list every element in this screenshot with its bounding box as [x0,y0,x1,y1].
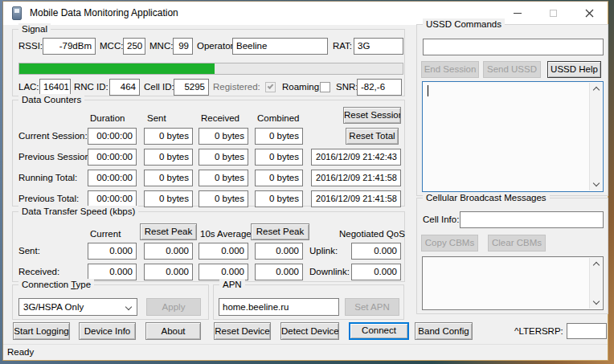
maximize-icon [550,10,557,17]
scroll-down-button[interactable] [590,177,602,190]
cell-id-label: Cell ID: [144,79,174,96]
current-session-sent: 0 bytes [144,128,193,145]
scroll-up-button[interactable] [590,84,602,96]
minimize-icon [514,13,522,14]
clear-cbms-button[interactable]: Clear CBMs [488,235,546,252]
chevron-down-icon [125,304,132,310]
previous-session-received: 0 bytes [199,149,248,166]
previous-total-received: 0 bytes [199,190,248,207]
running-total-timestamp: 2016/12/09 21:41:58 [311,170,401,186]
apn-input[interactable]: home.beeline.ru [219,298,339,316]
registered-checkbox[interactable] [265,82,276,92]
rssi-label: RSSI: [18,38,43,55]
data-counters-group-label: Data Counters [18,94,84,105]
send-ussd-button[interactable]: Send USSD [483,61,541,78]
close-button[interactable] [571,2,608,25]
received-current-field: 0.000 [88,264,137,280]
cbm-scrollbar[interactable] [589,258,602,309]
running-total-received: 0 bytes [199,170,248,186]
chevron-down-icon [592,180,599,186]
reset-session-button[interactable]: Reset Session [343,107,401,124]
received-average-peak-field: 0.000 [255,264,303,280]
rssi-field: -79dBm [43,38,96,55]
scroll-down-button[interactable] [590,295,602,308]
start-logging-button[interactable]: Start Logging [13,322,70,340]
signal-strength-fill [19,63,215,74]
ltersrp-field [567,323,607,339]
current-session-label: Current Session: [18,128,88,145]
reset-peak-current-button[interactable]: Reset Peak [140,223,197,240]
data-counters-group: Data Counters Duration Sent Received Com… [12,100,405,207]
rnc-id-label: RNC ID: [74,79,108,96]
previous-session-combined: 0 bytes [255,149,303,166]
reset-total-button[interactable]: Reset Total [346,128,399,145]
downlink-qos-field: 0.000 [351,264,401,280]
status-text: Ready [7,347,34,357]
sent-current-peak-field: 0.000 [144,243,193,260]
device-info-button[interactable]: Device Info [79,322,136,340]
ussd-group-label: USSD Commands [423,18,505,30]
close-icon [585,9,594,18]
chevron-up-icon [592,87,599,93]
previous-total-timestamp: 2016/12/09 21:41:58 [311,190,401,207]
ussd-response-scrollbar[interactable] [589,83,602,190]
signal-strength-bar [18,63,403,75]
set-apn-button[interactable]: Set APN [345,298,399,316]
ltersrp-label: ^LTERSRP: [514,322,563,340]
uplink-label: Uplink: [309,243,338,260]
ussd-help-button[interactable]: USSD Help [547,61,601,78]
rat-label: RAT: [333,38,352,55]
detect-device-button[interactable]: Detect Device [280,322,339,340]
connection-type-group: Connection Type 3G/HSPA Only Apply [12,284,209,320]
sent-average-peak-field: 0.000 [255,243,303,260]
ussd-command-input[interactable] [423,39,604,55]
previous-total-duration: 00:00:00 [88,190,137,207]
previous-session-timestamp: 2016/12/09 21:42:43 [311,149,401,166]
previous-session-sent: 0 bytes [144,149,193,166]
reset-device-button[interactable]: Reset Device [214,322,271,340]
rat-field: 3G [354,38,403,55]
end-session-button[interactable]: End Session [421,61,479,78]
mnc-label: MNC: [149,38,173,55]
combined-header: Combined [257,112,299,124]
ussd-response-textarea[interactable] [422,81,604,192]
reset-peak-average-button[interactable]: Reset Peak [251,223,309,240]
mcc-field: 250 [123,38,145,55]
running-total-label: Running Total: [18,170,77,186]
apply-button[interactable]: Apply [146,298,201,316]
text-caret [428,85,428,96]
data-transfer-speed-group: Data Transfer Speed (kbps) Current Reset… [12,211,405,282]
cbm-group-label: Cellular Broadcast Messages [423,192,550,203]
lac-field: 16401 [39,79,71,96]
cbm-group: Cellular Broadcast Messages Cell Info: C… [416,198,608,314]
speed-sent-label: Sent: [18,243,40,260]
maximize-button[interactable] [535,2,571,25]
lac-label: LAC: [18,79,39,96]
signal-group: Signal RSSI: -79dBm MCC: 250 MNC: 99 Ope… [12,29,405,96]
copy-cbms-button[interactable]: Copy CBMs [421,235,478,252]
connection-type-group-label: Connection Type [18,279,94,290]
mcc-label: MCC: [100,38,123,55]
connection-type-dropdown[interactable]: 3G/HSPA Only [18,298,137,316]
connect-button[interactable]: Connect [349,322,409,340]
window-title: Mobile Data Monitoring Application [30,2,178,25]
average-header: 10s Average [200,228,252,239]
cbm-messages-textarea[interactable] [422,256,604,310]
downlink-label: Downlink: [309,264,350,280]
desktop-background: { "window": { "title": "Mobile Data Moni… [0,0,614,364]
apn-group-label: APN [219,279,245,290]
about-button[interactable]: About [145,322,201,340]
sent-average-field: 0.000 [199,243,248,260]
snr-field: -82,-6 [357,79,402,96]
band-config-button[interactable]: Band Config [415,322,473,340]
connection-type-selected: 3G/HSPA Only [23,302,84,312]
roaming-checkbox[interactable] [320,82,330,92]
cell-info-field[interactable] [460,211,604,228]
ussd-group: USSD Commands End Session Send USSD USSD… [416,24,608,196]
status-bar: Ready [3,344,608,360]
speed-received-label: Received: [18,264,59,280]
title-bar[interactable]: Mobile Data Monitoring Application [3,2,608,25]
scroll-up-button[interactable] [590,259,602,272]
sent-current-field: 0.000 [88,243,137,260]
current-session-duration: 00:00:00 [88,128,137,145]
